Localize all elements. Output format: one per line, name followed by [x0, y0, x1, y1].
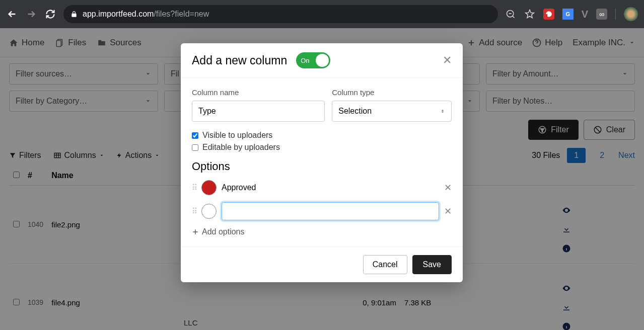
drag-handle-icon[interactable]: ⠿	[192, 207, 196, 216]
column-name-label: Column name	[192, 88, 325, 97]
chrome-toolbar-icons: G V ∞	[505, 7, 638, 21]
options-heading: Options	[192, 160, 452, 173]
extension-translate-icon[interactable]: G	[562, 9, 574, 20]
save-button[interactable]: Save	[412, 255, 452, 274]
extension-meta-icon[interactable]: ∞	[596, 9, 607, 20]
visible-checkbox-row[interactable]: Visible to uploaders	[192, 131, 452, 140]
add-column-modal: Add a new column On ✕ Column name Column…	[181, 43, 463, 282]
remove-option-icon[interactable]: ✕	[444, 182, 452, 193]
select-caret-icon	[440, 108, 445, 115]
back-button[interactable]	[6, 8, 18, 20]
add-options-button[interactable]: Add options	[192, 227, 452, 236]
forward-button[interactable]	[25, 8, 37, 20]
url: app.importfeed.com/files?field=new	[83, 10, 209, 19]
toggle-knob	[316, 54, 329, 67]
option-row-2: ⠿ ✕	[192, 202, 452, 220]
remove-option-icon[interactable]: ✕	[444, 206, 452, 217]
star-icon[interactable]	[524, 9, 535, 20]
option-name-input[interactable]	[222, 202, 439, 220]
extension-adblock-icon[interactable]	[543, 9, 554, 20]
divider	[615, 9, 616, 20]
on-toggle[interactable]: On	[296, 52, 330, 68]
editable-checkbox[interactable]	[192, 144, 198, 151]
zoom-icon[interactable]	[505, 9, 516, 20]
reload-button[interactable]	[44, 8, 56, 20]
browser-chrome: app.importfeed.com/files?field=new G V ∞	[0, 0, 644, 28]
drag-handle-icon[interactable]: ⠿	[192, 183, 196, 192]
visible-checkbox[interactable]	[192, 132, 198, 139]
column-type-label: Column type	[332, 88, 452, 97]
profile-avatar[interactable]	[624, 7, 638, 21]
column-type-select[interactable]: Selection	[332, 101, 452, 122]
cancel-button[interactable]: Cancel	[363, 255, 407, 274]
extension-v-icon[interactable]: V	[582, 9, 588, 20]
address-bar[interactable]: app.importfeed.com/files?field=new	[63, 5, 498, 23]
column-name-input[interactable]	[192, 101, 325, 122]
editable-checkbox-row[interactable]: Editable by uploaders	[192, 143, 452, 152]
option-row-1: ⠿ Approved ✕	[192, 180, 452, 195]
lock-icon	[70, 11, 78, 18]
color-swatch[interactable]	[201, 180, 217, 195]
modal-title: Add a new column	[192, 54, 287, 67]
color-swatch[interactable]	[201, 204, 217, 219]
close-icon[interactable]: ✕	[443, 54, 452, 67]
